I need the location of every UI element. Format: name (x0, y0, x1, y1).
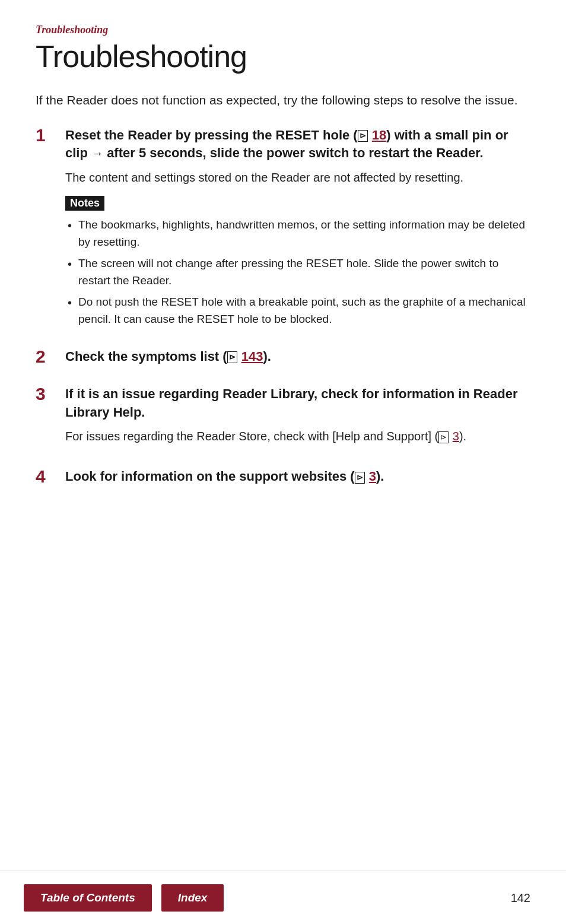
step-3-desc: For issues regarding the Reader Store, c… (65, 427, 530, 445)
footer-bar: Table of Contents Index (0, 871, 566, 924)
link-3a[interactable]: 3 (453, 430, 459, 443)
step-1-number: 1 (36, 125, 65, 145)
step-2-content: Check the symptoms list (⊳ 143). (65, 348, 530, 372)
step-4: 4 Look for information on the support we… (36, 468, 530, 492)
link-143[interactable]: 143 (241, 349, 263, 364)
note-item-2: The screen will not change after pressin… (65, 255, 530, 289)
ref-icon-3b[interactable]: ⊳ (355, 472, 365, 484)
step-2-number: 2 (36, 347, 65, 367)
notes-box: Notes The bookmarks, highlights, handwri… (65, 196, 530, 328)
page-container: Troubleshooting Troubleshooting If the R… (0, 0, 566, 576)
step-2: 2 Check the symptoms list (⊳ 143). (36, 348, 530, 372)
ref-icon-143[interactable]: ⊳ (227, 351, 237, 363)
step-3: 3 If it is an issue regarding Reader Lib… (36, 385, 530, 455)
index-button[interactable]: Index (161, 884, 224, 912)
step-4-content: Look for information on the support webs… (65, 468, 530, 492)
ref-icon-3a[interactable]: ⊳ (438, 431, 449, 443)
intro-text: If the Reader does not function as expec… (36, 91, 530, 110)
page-title: Troubleshooting (36, 39, 530, 74)
step-3-number: 3 (36, 384, 65, 404)
step-4-title: Look for information on the support webs… (65, 468, 530, 486)
link-3b[interactable]: 3 (369, 469, 376, 484)
notes-list: The bookmarks, highlights, handwritten m… (65, 217, 530, 328)
step-1: 1 Reset the Reader by pressing the RESET… (36, 126, 530, 335)
step-3-title: If it is an issue regarding Reader Libra… (65, 385, 530, 422)
step-3-content: If it is an issue regarding Reader Libra… (65, 385, 530, 455)
ref-icon-18[interactable]: ⊳ (358, 130, 368, 142)
arrow-icon: → (91, 147, 103, 160)
step-1-desc: The content and settings stored on the R… (65, 169, 530, 186)
note-item-1: The bookmarks, highlights, handwritten m… (65, 217, 530, 250)
step-1-title: Reset the Reader by pressing the RESET h… (65, 126, 530, 163)
step-1-content: Reset the Reader by pressing the RESET h… (65, 126, 530, 335)
step-2-title: Check the symptoms list (⊳ 143). (65, 348, 530, 366)
breadcrumb: Troubleshooting (36, 24, 530, 36)
step-4-number: 4 (36, 466, 65, 487)
notes-label: Notes (65, 196, 104, 211)
page-number: 142 (511, 891, 530, 905)
link-18[interactable]: 18 (372, 128, 386, 142)
note-item-3: Do not push the RESET hole with a breaka… (65, 294, 530, 328)
table-of-contents-button[interactable]: Table of Contents (24, 884, 152, 912)
